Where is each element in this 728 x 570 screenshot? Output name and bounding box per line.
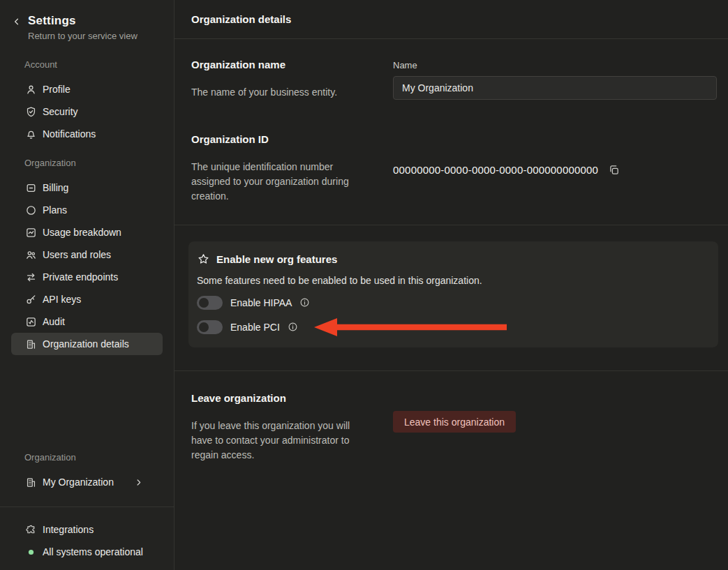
org-name-section: Organization name The name of your busin…: [191, 59, 717, 100]
org-switcher-label: Organization: [0, 452, 174, 463]
main-panel: Organization details Organization name T…: [174, 0, 728, 570]
name-field-label: Name: [393, 60, 717, 70]
building-icon: [25, 338, 37, 350]
circle-icon: [25, 204, 37, 216]
sidebar-item-organization-details[interactable]: Organization details: [11, 333, 163, 355]
sidebar-item-profile[interactable]: Profile: [11, 78, 163, 100]
org-id-value: 00000000-0000-0000-0000-000000000000: [393, 164, 598, 176]
sidebar-footer: Integrations All systems operational: [0, 507, 174, 570]
sidebar-item-plans[interactable]: Plans: [11, 199, 163, 221]
sidebar-title-block: Settings Return to your service view: [28, 14, 138, 41]
building-icon: [25, 477, 37, 488]
hipaa-toggle[interactable]: [197, 296, 223, 310]
organization-nav: Billing Plans Usage breakdown Users and …: [0, 177, 174, 355]
page-title: Organization details: [191, 13, 291, 25]
puzzle-icon: [25, 524, 37, 536]
system-status-link[interactable]: All systems operational: [11, 541, 163, 563]
details-sections: Organization name The name of your busin…: [174, 39, 728, 225]
org-id-info: Organization ID The unique identificatio…: [191, 133, 393, 204]
toggle-knob: [199, 298, 209, 308]
sidebar-item-label: API keys: [43, 294, 81, 305]
annotation-arrow: [314, 317, 507, 338]
main-header: Organization details: [174, 0, 728, 39]
org-id-description: The unique identification number assigne…: [191, 160, 369, 204]
sidebar-item-label: Billing: [43, 182, 68, 193]
org-name-info: Organization name The name of your busin…: [191, 59, 393, 100]
hipaa-toggle-row: Enable HIPAA: [197, 294, 708, 310]
sidebar-item-label: Users and roles: [43, 249, 111, 260]
sidebar-item-label: Notifications: [43, 128, 96, 140]
features-card-description: Some features need to be enabled to be u…: [197, 275, 708, 286]
leave-org-section: Leave organization If you leave this org…: [174, 371, 728, 463]
copy-icon[interactable]: [608, 164, 620, 176]
key-icon: [25, 294, 37, 306]
hipaa-toggle-label: Enable HIPAA: [230, 297, 292, 308]
sidebar-item-label: Usage breakdown: [43, 227, 121, 238]
back-chevron-icon[interactable]: [12, 17, 22, 27]
org-id-title: Organization ID: [191, 133, 369, 145]
sidebar-item-usage-breakdown[interactable]: Usage breakdown: [11, 221, 163, 243]
sidebar-item-label: Profile: [43, 84, 70, 95]
leave-org-description: If you leave this organization you will …: [191, 419, 366, 463]
sidebar-item-notifications[interactable]: Notifications: [11, 123, 163, 145]
org-switcher-nav: My Organization: [0, 471, 174, 493]
settings-subtitle: Return to your service view: [28, 31, 138, 41]
org-id-value-block: 00000000-0000-0000-0000-000000000000: [393, 133, 717, 204]
star-icon: [197, 253, 210, 266]
sidebar-item-label: Private endpoints: [43, 271, 118, 283]
leave-org-action: Leave this organization: [393, 392, 717, 463]
info-icon[interactable]: [288, 322, 298, 332]
org-name-form: Name: [393, 59, 717, 100]
status-dot-icon: [25, 549, 37, 555]
features-card-section: Enable new org features Some features ne…: [174, 225, 728, 370]
status-label: All systems operational: [43, 546, 143, 557]
sidebar-item-security[interactable]: Security: [11, 100, 163, 123]
sidebar-item-label: Security: [43, 106, 78, 117]
arrows-swap-icon: [25, 271, 37, 283]
sidebar-item-private-endpoints[interactable]: Private endpoints: [11, 266, 163, 288]
sidebar-item-label: Audit: [43, 316, 65, 327]
bell-icon: [25, 128, 37, 140]
section-label-account: Account: [0, 59, 174, 70]
pci-toggle-row: Enable PCI: [197, 319, 708, 335]
org-name-title: Organization name: [191, 59, 369, 70]
sidebar-item-label: Plans: [43, 204, 67, 216]
settings-title: Settings: [28, 14, 138, 28]
settings-sidebar: Settings Return to your service view Acc…: [0, 0, 174, 570]
sidebar-header: Settings Return to your service view: [0, 0, 174, 41]
sidebar-item-billing[interactable]: Billing: [11, 177, 163, 199]
integrations-label: Integrations: [43, 524, 94, 535]
sidebar-item-api-keys[interactable]: API keys: [11, 288, 163, 310]
pci-toggle-label: Enable PCI: [230, 322, 280, 333]
features-card-title: Enable new org features: [216, 253, 337, 265]
org-switcher-value: My Organization: [43, 477, 114, 488]
users-icon: [25, 249, 37, 261]
org-name-input[interactable]: [393, 76, 717, 100]
integrations-link[interactable]: Integrations: [11, 518, 163, 541]
org-id-section: Organization ID The unique identificatio…: [191, 133, 717, 204]
sidebar-item-users-and-roles[interactable]: Users and roles: [11, 243, 163, 266]
org-name-description: The name of your business entity.: [191, 85, 369, 100]
features-card: Enable new org features Some features ne…: [188, 241, 718, 347]
audit-icon: [25, 316, 37, 328]
pci-toggle[interactable]: [197, 320, 223, 334]
sidebar-spacer: [0, 355, 174, 452]
user-icon: [25, 84, 37, 96]
info-icon[interactable]: [299, 297, 310, 308]
leave-organization-button[interactable]: Leave this organization: [393, 411, 516, 433]
features-card-header: Enable new org features: [197, 253, 708, 266]
section-label-organization: Organization: [0, 158, 174, 168]
leave-org-title: Leave organization: [191, 392, 369, 404]
sidebar-item-audit[interactable]: Audit: [11, 310, 163, 333]
toggle-knob: [199, 322, 209, 332]
chevron-right-icon: [134, 478, 143, 487]
org-switcher[interactable]: My Organization: [11, 471, 163, 493]
billing-icon: [25, 182, 37, 194]
shield-check-icon: [25, 106, 37, 118]
account-nav: Profile Security Notifications: [0, 78, 174, 145]
usage-chart-icon: [25, 227, 37, 239]
leave-org-info: Leave organization If you leave this org…: [191, 392, 393, 463]
sidebar-item-label: Organization details: [43, 338, 129, 350]
app-window: Settings Return to your service view Acc…: [0, 0, 728, 570]
